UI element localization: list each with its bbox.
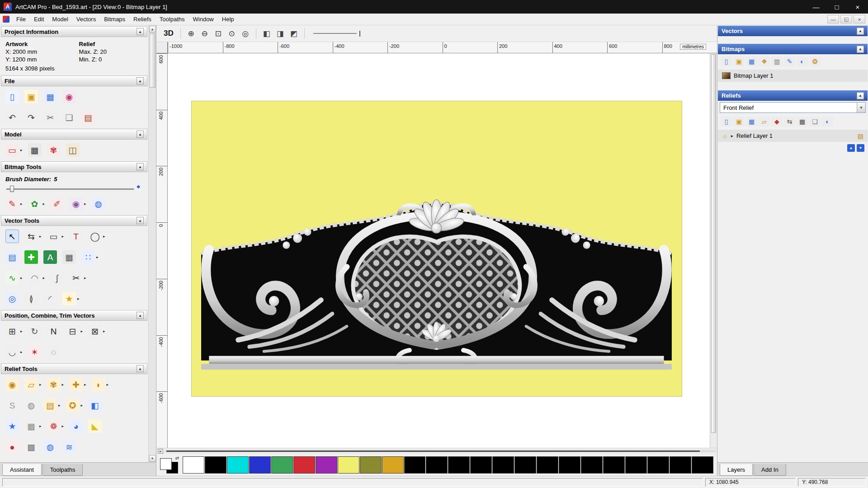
align-vectors-icon[interactable]: ⊞ xyxy=(5,324,19,338)
tab-assistant[interactable]: Assistant xyxy=(2,464,42,476)
bitmap-texture-icon[interactable]: ◍ xyxy=(92,197,105,211)
palette-swatch-3[interactable] xyxy=(249,456,271,474)
add-relief-icon[interactable]: ✚ xyxy=(69,378,83,391)
paint-icon[interactable]: ✎ xyxy=(5,197,19,211)
create-rectangle-icon[interactable]: ▭ xyxy=(47,230,61,243)
expand-relief-layer-icon[interactable]: ▸ xyxy=(731,133,733,138)
palette-swatch-19[interactable] xyxy=(603,456,625,474)
mdi-restore-button[interactable]: ◱ xyxy=(840,15,852,23)
weld-vectors-icon[interactable]: ◡ xyxy=(5,345,19,359)
bitmap-link-icon[interactable]: ▥ xyxy=(771,56,783,66)
palette-swatch-9[interactable] xyxy=(382,456,404,474)
move-layer-up-button[interactable]: ▲ xyxy=(847,144,855,152)
line-width-handle[interactable] xyxy=(359,31,360,37)
line-width-preview[interactable] xyxy=(313,33,357,34)
relief-layer-options-icon[interactable]: ▤ xyxy=(858,132,863,140)
palette-swatch-23[interactable] xyxy=(692,456,713,474)
hscroll-thumb[interactable] xyxy=(166,450,700,452)
maximize-button[interactable]: □ xyxy=(826,0,847,14)
duplicate-layer-icon[interactable]: ❏ xyxy=(809,117,821,127)
menu-item-bitmaps[interactable]: Bitmaps xyxy=(100,14,129,24)
palette-swatch-0[interactable] xyxy=(183,456,204,474)
weave-relief-icon[interactable]: ▦ xyxy=(24,419,38,433)
calculate-layer-icon[interactable]: ▩ xyxy=(797,117,808,127)
cut-icon[interactable]: ✂ xyxy=(43,111,57,124)
scroll-up-button[interactable]: ▲ xyxy=(149,26,156,33)
palette-swatch-1[interactable] xyxy=(205,456,226,474)
paint-icon-flyout[interactable]: ▸ xyxy=(20,202,23,206)
transform-vectors-icon-flyout[interactable]: ▸ xyxy=(39,234,42,239)
new-model-icon[interactable]: ▯ xyxy=(5,90,19,103)
bitmap-colours-icon[interactable]: ❖ xyxy=(759,56,770,66)
brush-diameter-slider[interactable]: ◆ xyxy=(6,185,140,192)
palette-swatch-18[interactable] xyxy=(581,456,603,474)
hscroll-track[interactable] xyxy=(165,450,716,452)
palette-swatch-5[interactable] xyxy=(293,456,315,474)
palette-swatch-13[interactable] xyxy=(470,456,492,474)
set-model-size-icon[interactable]: ▭ xyxy=(5,143,19,157)
wave-relief-icon[interactable]: ≋ xyxy=(62,440,76,454)
scrollbar-thumb[interactable] xyxy=(150,33,156,88)
toggle-bitmap-view-icon[interactable]: ◨ xyxy=(274,28,287,39)
scroll-down-button[interactable]: ▼ xyxy=(149,455,156,462)
block-copy-icon[interactable]: ⊟ xyxy=(66,324,80,338)
menu-item-file[interactable]: File xyxy=(12,14,30,24)
redo-icon[interactable]: ↷ xyxy=(24,111,38,124)
reliefs-section-header[interactable]: Reliefs ▲ xyxy=(718,90,868,101)
collapse-vectors-button[interactable]: ▲ xyxy=(857,28,864,35)
canvas-2d-view[interactable] xyxy=(168,53,710,448)
collapse-relief-tools-button[interactable]: ▲ xyxy=(137,365,144,372)
save-model-icon[interactable]: ▦ xyxy=(43,90,57,103)
stamp-relief-icon-flyout[interactable]: ▸ xyxy=(81,403,83,408)
palette-swatch-2[interactable] xyxy=(227,456,249,474)
copy-icon[interactable]: ❏ xyxy=(62,111,76,124)
save-relief-icon[interactable]: ▦ xyxy=(746,117,757,127)
texture-relief-icon[interactable]: ◍ xyxy=(24,399,38,412)
collapse-project-information-button[interactable]: ▲ xyxy=(137,28,144,35)
toggle-preview-icon[interactable]: ◩ xyxy=(288,28,300,39)
scrollbar-track[interactable] xyxy=(149,33,156,455)
menu-item-edit[interactable]: Edit xyxy=(30,14,48,24)
smooth-relief-icon-flyout[interactable]: ▸ xyxy=(39,382,42,387)
adjust-model-icon[interactable]: ▦ xyxy=(28,143,42,157)
menu-item-vectors[interactable]: Vectors xyxy=(72,14,100,24)
primary-secondary-colour[interactable]: ⇄ xyxy=(160,456,179,474)
fillet-icon[interactable]: ◜ xyxy=(43,292,57,305)
create-rectangle-icon-flyout[interactable]: ▸ xyxy=(62,234,64,239)
canvas-vscroll-thumb[interactable] xyxy=(711,54,716,433)
toggle-model-view-icon[interactable]: ◧ xyxy=(260,28,273,39)
smooth-layer-icon[interactable]: ▱ xyxy=(759,117,770,127)
relief-select[interactable]: Front Relief ▼ xyxy=(720,102,866,113)
create-ellipse-icon[interactable]: ◯ xyxy=(88,230,102,243)
zoom-in-icon[interactable]: ⊕ xyxy=(185,28,198,39)
interlock-vectors-icon[interactable]: ◌ xyxy=(47,345,61,359)
fit-arcs-icon[interactable]: ◠ xyxy=(28,271,42,285)
layer-visibility-icon[interactable]: ☼ xyxy=(722,132,728,140)
bitmap-transparency-icon[interactable]: ◐ xyxy=(797,56,808,66)
create-ellipse-icon-flyout[interactable]: ▸ xyxy=(103,234,105,239)
open-relief-icon[interactable]: ▣ xyxy=(733,117,745,127)
smudge-relief-icon[interactable]: S xyxy=(5,399,19,412)
mdi-minimize-button[interactable]: — xyxy=(827,15,839,23)
palette-swatch-17[interactable] xyxy=(559,456,580,474)
zoom-fit-icon[interactable]: ⊙ xyxy=(226,28,238,39)
primary-colour-swatch[interactable] xyxy=(160,458,172,470)
slider-track[interactable] xyxy=(6,188,134,190)
weld-vectors-icon-flyout[interactable]: ▸ xyxy=(20,350,23,354)
minimize-button[interactable]: — xyxy=(806,0,826,14)
create-polyline-icon[interactable]: ∿ xyxy=(5,271,19,285)
spin-relief-icon[interactable]: ❁ xyxy=(47,419,61,433)
paste-icon[interactable]: ▤ xyxy=(81,111,95,124)
collapse-position-button[interactable]: ▲ xyxy=(137,312,144,319)
align-vectors-icon-flyout[interactable]: ▸ xyxy=(20,329,23,333)
relief-select-dropdown-icon[interactable]: ▼ xyxy=(857,103,865,113)
select-vectors-icon[interactable]: ↖ xyxy=(5,230,19,243)
panel-scrollbar[interactable]: ▲ ▼ xyxy=(148,25,156,462)
fit-arcs-icon-flyout[interactable]: ▸ xyxy=(43,276,45,280)
collapse-reliefs-button[interactable]: ▲ xyxy=(857,92,864,99)
palette-swatch-14[interactable] xyxy=(492,456,514,474)
trim-vectors-icon[interactable]: ✂ xyxy=(69,271,83,285)
vectors-section-header[interactable]: Vectors ▲ xyxy=(718,26,868,36)
mdi-close-button[interactable]: × xyxy=(854,15,865,23)
slider-thumb[interactable] xyxy=(10,186,14,192)
